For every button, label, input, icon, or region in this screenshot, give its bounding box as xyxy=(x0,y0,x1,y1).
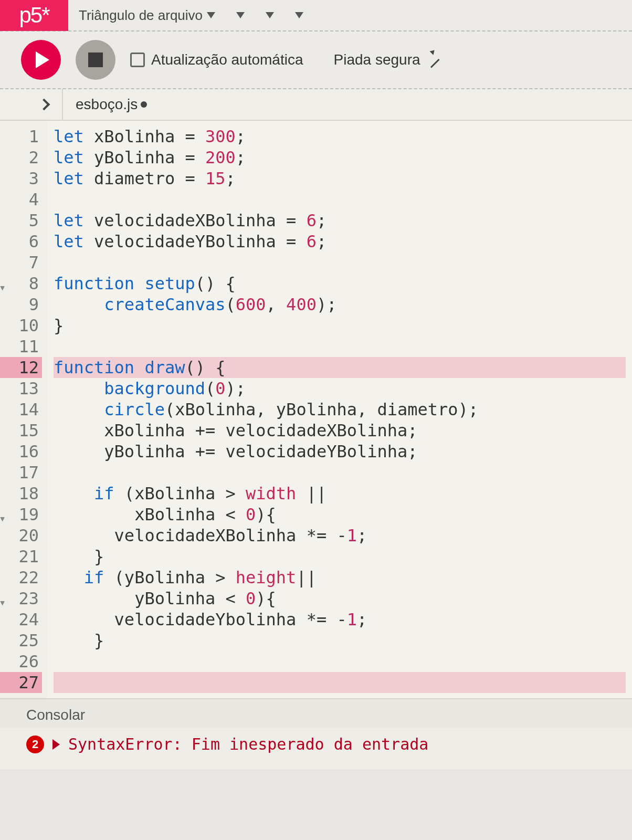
code-line[interactable] xyxy=(54,189,626,210)
auto-refresh-label: Atualização automática xyxy=(151,51,303,68)
p5-logo: p5* xyxy=(0,0,68,31)
line-number: 22 xyxy=(0,567,42,588)
error-message: SyntaxError: Fim inesperado da entrada xyxy=(68,735,428,753)
code-line[interactable]: let velocidadeXBolinha = 6; xyxy=(54,210,626,231)
code-line[interactable]: circle(xBolinha, yBolinha, diametro); xyxy=(54,399,626,420)
line-number: 13 xyxy=(0,378,42,399)
top-menu-bar: p5* Triângulo de arquivo xyxy=(0,0,632,32)
code-line[interactable]: let diametro = 15; xyxy=(54,168,626,189)
sketch-name[interactable]: Piada segura xyxy=(334,51,437,68)
code-line[interactable] xyxy=(54,462,626,483)
line-number: 11 xyxy=(0,336,42,357)
code-editor[interactable]: 12345678▾910111213141516171819▾20212223▾… xyxy=(0,121,632,698)
code-line[interactable] xyxy=(54,252,626,273)
code-line[interactable]: velocidadeYbolinha *= -1; xyxy=(54,609,626,630)
line-number: 7 xyxy=(0,252,42,273)
checkbox-icon xyxy=(130,52,145,67)
line-number: 18 xyxy=(0,483,42,504)
caret-down-icon[interactable] xyxy=(236,12,245,18)
code-line[interactable]: createCanvas(600, 400); xyxy=(54,294,626,315)
line-number: 14 xyxy=(0,399,42,420)
code-line[interactable]: yBolinha < 0){ xyxy=(54,588,626,609)
file-tab[interactable]: esboço.js xyxy=(63,89,160,120)
code-line[interactable]: if (xBolinha > width || xyxy=(54,483,626,504)
toolbar: Atualização automática Piada segura xyxy=(0,32,632,89)
code-line[interactable]: xBolinha < 0){ xyxy=(54,504,626,525)
error-count-badge: 2 xyxy=(26,736,44,753)
code-area[interactable]: let xBolinha = 300;let yBolinha = 200;le… xyxy=(47,121,632,698)
menu-file-label: Triângulo de arquivo xyxy=(79,7,203,24)
line-number: 26 xyxy=(0,651,42,672)
code-line[interactable]: let yBolinha = 200; xyxy=(54,147,626,168)
error-expand-icon[interactable] xyxy=(52,739,60,750)
line-number: 5 xyxy=(0,210,42,231)
play-button[interactable] xyxy=(21,40,61,80)
code-line[interactable] xyxy=(54,336,626,357)
caret-down-icon[interactable] xyxy=(266,12,274,18)
code-line[interactable]: } xyxy=(54,546,626,567)
line-number: 9 xyxy=(0,294,42,315)
line-number: 17 xyxy=(0,462,42,483)
line-number: 19▾ xyxy=(0,504,42,525)
caret-down-icon xyxy=(207,12,215,18)
line-number: 1 xyxy=(0,126,42,147)
sketch-name-text: Piada segura xyxy=(334,51,420,68)
caret-down-icon[interactable] xyxy=(295,12,303,18)
stop-icon xyxy=(88,52,103,67)
file-tabbar: esboço.js xyxy=(0,89,632,121)
pencil-icon xyxy=(423,51,439,68)
console-title: Consolar xyxy=(26,707,85,723)
play-icon xyxy=(36,51,49,68)
expand-sidebar-button[interactable] xyxy=(26,89,63,120)
code-line[interactable]: function draw() { xyxy=(54,357,626,378)
line-number: 12 xyxy=(0,357,42,378)
line-number: 24 xyxy=(0,609,42,630)
auto-refresh-checkbox[interactable]: Atualização automática xyxy=(130,51,303,68)
code-line[interactable]: } xyxy=(54,630,626,651)
line-number-gutter: 12345678▾910111213141516171819▾20212223▾… xyxy=(0,121,47,698)
code-line[interactable]: } xyxy=(54,315,626,336)
code-line[interactable]: function setup() { xyxy=(54,273,626,294)
line-number: 4 xyxy=(0,189,42,210)
line-number: 10 xyxy=(0,315,42,336)
code-line[interactable]: let velocidadeYBolinha = 6; xyxy=(54,231,626,252)
line-number: 25 xyxy=(0,630,42,651)
code-line[interactable]: velocidadeXBolinha *= -1; xyxy=(54,525,626,546)
line-number: 16 xyxy=(0,441,42,462)
line-number: 2 xyxy=(0,147,42,168)
code-line[interactable]: xBolinha += velocidadeXBolinha; xyxy=(54,420,626,441)
line-number: 21 xyxy=(0,546,42,567)
code-line[interactable]: let xBolinha = 300; xyxy=(54,126,626,147)
menu-group: Triângulo de arquivo xyxy=(68,7,303,24)
line-number: 27 xyxy=(0,672,42,693)
code-line[interactable] xyxy=(54,651,626,672)
line-number: 23▾ xyxy=(0,588,42,609)
line-number: 20 xyxy=(0,525,42,546)
code-line[interactable]: if (yBolinha > height|| xyxy=(54,567,626,588)
menu-file[interactable]: Triângulo de arquivo xyxy=(79,7,215,24)
line-number: 6 xyxy=(0,231,42,252)
code-line[interactable]: yBolinha += velocidadeYBolinha; xyxy=(54,441,626,462)
code-line[interactable] xyxy=(54,672,626,693)
console-body: 2 SyntaxError: Fim inesperado da entrada xyxy=(0,728,632,769)
chevron-right-icon xyxy=(38,99,50,111)
console-header[interactable]: Consolar xyxy=(0,698,632,728)
line-number: 3 xyxy=(0,168,42,189)
file-tab-name: esboço.js xyxy=(76,96,138,113)
line-number: 8▾ xyxy=(0,273,42,294)
stop-button[interactable] xyxy=(76,40,115,80)
code-line[interactable]: background(0); xyxy=(54,378,626,399)
modified-dot-icon xyxy=(141,101,147,108)
line-number: 15 xyxy=(0,420,42,441)
